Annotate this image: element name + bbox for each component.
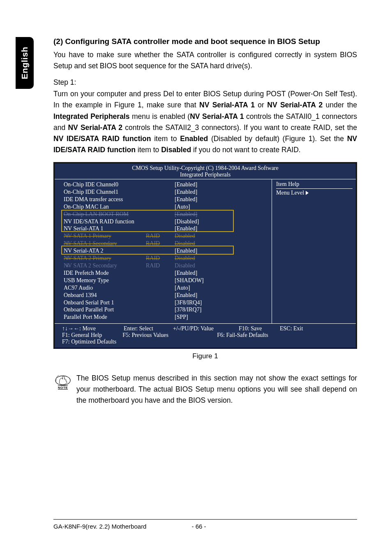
text: menu is enabled ( [129,112,190,121]
bios-setting-value: [Auto] [175,203,267,211]
bios-setting-mid [146,188,175,196]
bold-term: NV Serial-ATA 2 [267,101,323,109]
bios-header: CMOS Setup Utility-Copyright (C) 1984-20… [55,163,356,179]
bold-term: NV Serial-ATA 2 [68,123,122,132]
bios-setting-name: NV SATA 1 Secondary [64,240,146,247]
intro-paragraph: You have to make sure whether the SATA c… [53,49,357,72]
bios-setting-row: Onboard Parallel Port[378/IRQ7] [64,306,267,313]
bios-setting-name: Onboard Parallel Port [64,306,146,313]
bold-term: Integrated Peripherals [53,112,129,121]
bios-menu-level: Menu Level [276,190,309,196]
step-label: Step 1: [53,78,357,87]
language-tab: English [16,37,34,89]
bios-setting-value: [Enabled] [175,247,267,255]
bios-setting-name: On-Chip IDE Channel1 [64,188,146,196]
bios-setting-row: On-Chip LAN BOOT ROM[Enabled] [64,211,267,218]
bios-setting-row: NV IDE/SATA RAID function[Disabled] [64,218,267,225]
bios-footer-move: ↑↓→←: Move [62,325,120,332]
bios-setting-row: xNV SATA 2 SecondaryRAIDDisabled [64,262,267,269]
bios-setting-value: Disabled [175,262,267,269]
bios-setting-name: Parallel Port Mode [64,313,146,321]
hand-pointer-icon [54,373,71,386]
bios-setting-mid [146,306,175,313]
text: item to [151,135,180,143]
bold-term: NV Serial-ATA 1 [190,112,244,121]
bios-setting-value: [Enabled] [175,181,267,188]
text: if you do not want to create RAID. [191,146,301,154]
bios-setting-mid [146,292,175,299]
bios-setting-row: IDE DMA transfer access[Enabled] [64,196,267,203]
bios-footer-optimized: F7: Optimized Defaults [62,339,116,345]
bios-setting-name: Onboard Serial Port 1 [64,299,146,306]
bios-setting-name: NV IDE/SATA RAID function [64,218,146,225]
text: item to [136,146,161,154]
disabled-marker: x [66,255,69,262]
bios-setting-name: NV SATA 2 Primary [64,255,146,262]
bios-setting-mid: RAID [146,240,175,247]
bios-setting-row: On-Chip IDE Channel1[Enabled] [64,188,267,196]
bios-setting-mid: RAID [146,262,175,269]
bios-setting-mid [146,299,175,306]
language-tab-label: English [20,46,30,79]
bios-setting-value: [378/IRQ7] [175,306,267,313]
bios-item-help: Item Help [276,181,353,189]
bios-setting-value: [Enabled] [175,188,267,196]
bios-setting-value: [Disabled] [175,218,267,225]
bios-setting-row: On-Chip IDE Channel0[Enabled] [64,181,267,188]
bios-setting-name: On-Chip LAN BOOT ROM [64,211,146,218]
bios-setting-name: IDE Prefetch Mode [64,269,146,277]
figure-caption: Figure 1 [53,352,357,360]
bios-setting-value: [Enabled] [175,196,267,203]
bold-term: NV IDE/SATA RAID function [53,135,151,143]
bios-footer: ↑↓→←: Move Enter: Select +/-/PU/PD: Valu… [55,323,356,348]
bios-setting-name: On-Chip MAC Lan [64,203,146,211]
bios-setting-value: [Enabled] [175,211,267,218]
bios-setting-mid: RAID [146,232,175,240]
text: controls the SATAII2_3 connectors). If y… [122,123,357,132]
bold-term: NV Serial-ATA 1 [199,101,255,109]
bios-setting-mid [146,218,175,225]
note-block: NOTE The BIOS Setup menus described in t… [53,373,357,406]
bios-footer-help: F1: General Help [62,332,102,339]
text: or [255,101,267,109]
bios-setting-row: NV Serial-ATA 2[Enabled] [64,247,267,255]
bios-setting-row: AC97 Audio[Auto] [64,284,267,292]
bios-footer-enter: Enter: Select [124,325,169,332]
note-icon: NOTE [53,373,72,390]
bios-setting-row: xNV SATA 1 PrimaryRAIDDisabled [64,232,267,240]
bios-setting-mid [146,181,175,188]
bios-setting-mid [146,247,175,255]
bios-setting-value: [Enabled] [175,269,267,277]
bios-setting-row: USB Memory Type[SHADOW] [64,277,267,284]
bios-setting-mid [146,269,175,277]
disabled-marker: x [66,232,69,239]
bios-screenshot: CMOS Setup Utility-Copyright (C) 1984-20… [53,162,357,349]
bios-setting-name: Onboard 1394 [64,292,146,299]
text: under the [323,101,357,109]
bios-setting-row: xNV SATA 2 PrimaryRAIDDisabled [64,255,267,262]
bios-left-pane: On-Chip IDE Channel0[Enabled]On-Chip IDE… [55,179,272,323]
note-text: The BIOS Setup menus described in this s… [76,373,357,406]
bold-term: Enabled [180,135,208,143]
bios-setting-name: NV Serial-ATA 2 [64,247,146,255]
disabled-marker: x [66,262,69,269]
bios-setting-row: xNV SATA 1 SecondaryRAIDDisabled [64,240,267,247]
bios-setting-mid [146,284,175,292]
footer-model: GA-K8NF-9(rev. 2.2) Motherboard [53,523,146,530]
bios-footer-esc: ESC: Exit [280,325,317,332]
bios-setting-mid [146,277,175,284]
note-label: NOTE [58,386,68,390]
bios-setting-value: [3F8/IRQ4] [175,299,267,306]
bios-setting-value: [Enabled] [175,292,267,299]
bios-setting-value: [SHADOW] [175,277,267,284]
bios-setting-value: [Auto] [175,284,267,292]
bios-setting-name: On-Chip IDE Channel0 [64,181,146,188]
bios-setting-name: NV SATA 2 Secondary [64,262,146,269]
bios-setting-value: Disabled [175,255,267,262]
bios-setting-mid [146,211,175,218]
step-paragraph: Turn on your computer and press Del to e… [53,88,357,155]
bios-setting-row: Onboard Serial Port 1[3F8/IRQ4] [64,299,267,306]
triangle-right-icon [306,191,309,195]
bios-setting-name: AC97 Audio [64,284,146,292]
footer-page-number: - 66 - [146,523,357,530]
